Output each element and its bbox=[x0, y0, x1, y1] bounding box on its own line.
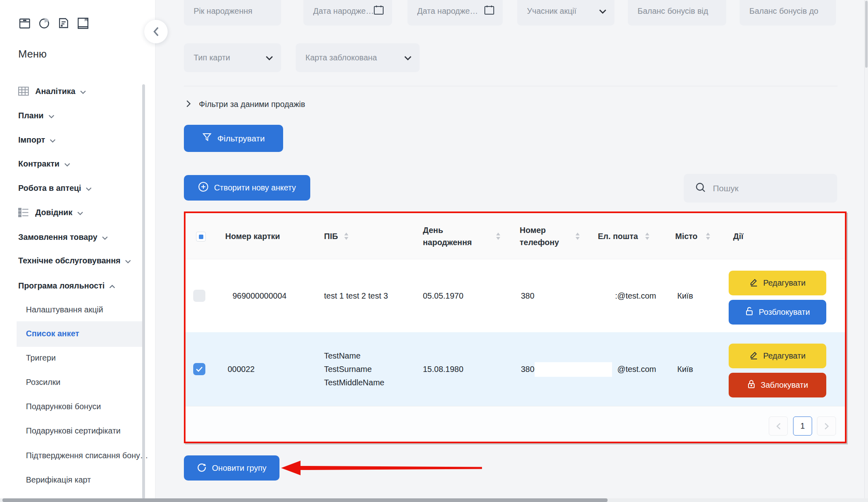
sales-filters-toggle[interactable]: Фільтри за даними продажів bbox=[186, 100, 305, 109]
sidebar-subitem-mailings[interactable]: Розсилки bbox=[26, 376, 60, 388]
sidebar-title: Меню bbox=[18, 48, 47, 60]
subitem-label: Подарункові сертифікати bbox=[26, 426, 121, 436]
sort-email[interactable] bbox=[645, 233, 649, 240]
card-blocked-select[interactable]: Карта заблокована bbox=[296, 43, 420, 72]
table-header: Номер картки ПІБ День народження Номер т… bbox=[186, 213, 845, 259]
chevron-down-icon bbox=[64, 163, 70, 167]
book-icon[interactable] bbox=[76, 16, 90, 30]
chevron-down-icon bbox=[50, 139, 55, 143]
chevron-down-icon bbox=[266, 53, 273, 62]
sidebar-item-import[interactable]: Імпорт bbox=[18, 133, 55, 146]
select-all-checkbox[interactable] bbox=[196, 232, 206, 241]
year-of-birth-field[interactable]: Рік народження bbox=[184, 0, 281, 26]
bonus-balance-to-field[interactable]: Баланс бонусів до bbox=[740, 0, 836, 26]
row-checkbox-checked[interactable] bbox=[193, 363, 205, 375]
chevron-left-icon bbox=[776, 423, 781, 430]
filter-button[interactable]: Фільтрувати bbox=[184, 125, 283, 152]
horizontal-scrollbar-thumb[interactable] bbox=[2, 498, 608, 502]
row-checkbox[interactable] bbox=[193, 290, 205, 302]
sidebar-item-label: Контракти bbox=[18, 159, 60, 169]
calendar-icon bbox=[484, 5, 495, 17]
vertical-scrollbar-track[interactable] bbox=[864, 0, 868, 502]
field-placeholder: Карта заблокована bbox=[305, 53, 404, 62]
chevron-right-icon bbox=[824, 423, 829, 430]
field-placeholder: Баланс бонусів від bbox=[638, 6, 718, 16]
sidebar-subitem-questionnaire-list[interactable]: Список анкет bbox=[26, 327, 79, 340]
sidebar-subitem-gift-certificates[interactable]: Подарункові сертифікати bbox=[26, 425, 121, 437]
field-placeholder: Баланс бонусів до bbox=[749, 6, 828, 16]
search-input[interactable] bbox=[712, 183, 829, 194]
sidebar-subitem-triggers[interactable]: Тригери bbox=[26, 352, 56, 364]
create-questionnaire-button[interactable]: Створити нову анкету bbox=[184, 175, 310, 201]
sidebar-subitem-bonus-writeoff-confirm[interactable]: Підтвердження списання бону… bbox=[26, 449, 148, 461]
sidebar-item-label: Технічне обслуговування bbox=[18, 256, 120, 265]
chevron-down-icon bbox=[77, 211, 83, 215]
date-of-birth-to-field[interactable]: Дата народже… bbox=[407, 0, 503, 26]
sidebar-item-label: Плани bbox=[18, 111, 44, 120]
chevron-down-icon bbox=[80, 90, 86, 94]
sort-city[interactable] bbox=[706, 233, 710, 240]
field-placeholder: Учасник акції bbox=[527, 6, 599, 16]
highlight-rectangle: Номер картки ПІБ День народження Номер т… bbox=[184, 211, 847, 443]
sidebar-subitem-card-verification[interactable]: Верифікація карт bbox=[26, 474, 91, 486]
chevron-down-icon bbox=[125, 260, 131, 263]
sidebar-collapse-button[interactable] bbox=[144, 20, 168, 43]
unblock-button[interactable]: Розблокувати bbox=[729, 300, 826, 325]
pagination-next-button[interactable] bbox=[817, 417, 836, 436]
promo-member-select[interactable]: Учасник акції bbox=[517, 0, 614, 26]
unlock-icon bbox=[745, 306, 754, 318]
block-button[interactable]: Заблокувати bbox=[729, 373, 826, 397]
indeterminate-mark bbox=[199, 235, 203, 239]
vertical-scrollbar-thumb[interactable] bbox=[865, 1, 868, 68]
subitem-label: Налаштування акцій bbox=[26, 305, 103, 314]
pagination-page-1-button[interactable]: 1 bbox=[793, 417, 812, 436]
sidebar-item-analytics[interactable]: Аналітика bbox=[18, 85, 86, 98]
sidebar-subitem-gift-bonuses[interactable]: Подарункові бонуси bbox=[26, 400, 101, 412]
sort-phone[interactable] bbox=[576, 233, 580, 240]
date-of-birth-from-field[interactable]: Дата народже… bbox=[303, 0, 392, 26]
sort-name[interactable] bbox=[344, 233, 348, 240]
refresh-icon bbox=[197, 462, 207, 474]
cell-name: TestName TestSurname TestMiddleName bbox=[324, 349, 384, 389]
sidebar-item-loyalty-program[interactable]: Програма лояльності bbox=[18, 279, 115, 292]
pagination-prev-button[interactable] bbox=[769, 417, 788, 436]
edit-button[interactable]: Редагувати bbox=[729, 271, 826, 295]
filter-button-label: Фільтрувати bbox=[217, 134, 264, 143]
sidebar-scrollbar[interactable] bbox=[142, 84, 145, 499]
search-box[interactable] bbox=[684, 174, 837, 203]
sidebar-item-label: Робота в аптеці bbox=[18, 184, 81, 193]
bonus-balance-from-field[interactable]: Баланс бонусів від bbox=[628, 0, 726, 26]
archive-box-icon[interactable] bbox=[18, 16, 32, 30]
sidebar-item-pharmacy-work[interactable]: Робота в аптеці bbox=[18, 182, 92, 194]
sidebar-item-maintenance[interactable]: Технічне обслуговування bbox=[18, 254, 131, 267]
document-icon[interactable] bbox=[57, 16, 70, 30]
cell-name: test 1 test 2 test 3 bbox=[324, 289, 388, 303]
sidebar-subitem-promo-settings[interactable]: Налаштування акцій bbox=[26, 303, 103, 316]
card-type-select[interactable]: Тип карти bbox=[184, 43, 281, 72]
unblock-button-label: Розблокувати bbox=[759, 308, 810, 317]
subitem-label: Подарункові бонуси bbox=[26, 402, 101, 411]
chevron-down-icon bbox=[49, 115, 54, 118]
annotation-arrow bbox=[279, 459, 484, 477]
list-icon bbox=[18, 207, 29, 217]
chevron-down-icon bbox=[404, 53, 412, 62]
sidebar-item-label: Замовлення товару bbox=[18, 233, 97, 242]
redaction-box bbox=[535, 362, 612, 377]
sidebar-item-goods-order[interactable]: Замовлення товару bbox=[18, 231, 108, 244]
sidebar-item-directory[interactable]: Довідник bbox=[18, 206, 83, 219]
sidebar-item-plans[interactable]: Плани bbox=[18, 109, 54, 122]
chevron-down-icon bbox=[86, 187, 92, 191]
edit-button[interactable]: Редагувати bbox=[729, 344, 826, 368]
update-group-button[interactable]: Оновити групу bbox=[184, 455, 279, 481]
pie-chart-icon[interactable] bbox=[37, 16, 51, 30]
sort-birth-date[interactable] bbox=[496, 233, 500, 240]
lock-icon bbox=[747, 379, 756, 391]
chevron-right-icon bbox=[186, 100, 191, 109]
header-city: Місто bbox=[675, 230, 697, 242]
filters-divider bbox=[184, 86, 838, 86]
sidebar-item-label: Аналітика bbox=[35, 87, 75, 96]
subitem-label: Список анкет bbox=[26, 329, 79, 338]
cell-email: :@test.com bbox=[575, 289, 656, 303]
table-row-selected: 000022 TestName TestSurname TestMiddleNa… bbox=[186, 332, 845, 406]
sidebar-item-contracts[interactable]: Контракти bbox=[18, 157, 70, 170]
